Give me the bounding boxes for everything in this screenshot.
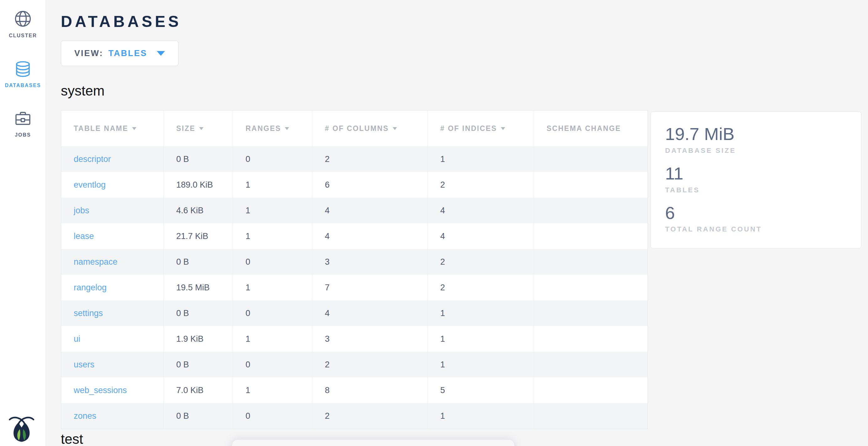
table-cell: 3 [312, 326, 428, 352]
table-cell: 1 [428, 146, 534, 172]
table-cell: 2 [428, 172, 534, 198]
table-cell: 2 [428, 275, 534, 300]
column-header-num-columns[interactable]: # OF COLUMNS [312, 110, 428, 146]
column-header-label: SIZE [176, 124, 195, 133]
stat-label: TOTAL RANGE COUNT [665, 225, 847, 233]
stat-label: DATABASE SIZE [665, 146, 847, 155]
sidebar-item-jobs[interactable]: JOBS [0, 110, 46, 138]
sort-caret-icon [285, 127, 289, 130]
globe-icon [14, 10, 32, 29]
table-row: rangelog19.5 MiB172 [61, 275, 648, 300]
table-name-link[interactable]: descriptor [74, 155, 111, 164]
table-cell: 2 [312, 403, 428, 429]
table-cell: eventlog [61, 172, 164, 198]
column-header-ranges[interactable]: RANGES [233, 110, 312, 146]
table-cell: lease [61, 223, 164, 249]
view-selector-value: TABLES [108, 48, 147, 58]
column-header-num-indices[interactable]: # OF INDICES [428, 110, 534, 146]
briefcase-icon [14, 110, 31, 128]
table-cell: zones [61, 403, 164, 429]
column-header-schema-change: SCHEMA CHANGE [534, 110, 648, 146]
table-cell: 0 B [164, 249, 233, 275]
database-section-heading-test: test [61, 432, 868, 446]
sidebar-item-databases[interactable]: DATABASES [0, 61, 46, 88]
table-row: settings0 B041 [61, 300, 648, 326]
table-cell [534, 403, 648, 429]
table-cell: 1 [233, 223, 312, 249]
table-cell: 2 [312, 146, 428, 172]
table-cell [534, 326, 648, 352]
table-cell: settings [61, 300, 164, 326]
table-cell: 0 B [164, 403, 233, 429]
table-cell [534, 172, 648, 198]
table-cell: web_sessions [61, 377, 164, 403]
table-name-link[interactable]: eventlog [74, 180, 106, 190]
stat-database-size: 19.7 MiB DATABASE SIZE [665, 125, 847, 155]
table-row: zones0 B021 [61, 403, 648, 429]
table-cell: rangelog [61, 275, 164, 300]
table-row: ui1.9 KiB131 [61, 326, 648, 352]
column-header-table-name[interactable]: TABLE NAME [61, 110, 164, 146]
sidebar-item-label: JOBS [15, 132, 31, 138]
table-cell: ui [61, 326, 164, 352]
table-row: namespace0 B032 [61, 249, 648, 275]
table-cell: 0 [233, 300, 312, 326]
system-tables-table: TABLE NAME SIZE RANGES # OF COLUMNS # OF… [61, 110, 648, 429]
table-cell: 2 [312, 352, 428, 377]
table-row: eventlog189.0 KiB162 [61, 172, 648, 198]
table-cell: descriptor [61, 146, 164, 172]
table-cell: 4 [312, 223, 428, 249]
column-header-label: RANGES [246, 124, 281, 133]
column-header-label: # OF COLUMNS [325, 124, 389, 133]
table-cell: 2 [428, 249, 534, 275]
table-cell: 0 B [164, 352, 233, 377]
sort-caret-icon [132, 127, 136, 130]
table-name-link[interactable]: zones [74, 411, 96, 421]
table-cell: 0 [233, 249, 312, 275]
table-header-row: TABLE NAME SIZE RANGES # OF COLUMNS # OF… [61, 110, 648, 146]
stat-tables: 11 TABLES [665, 165, 847, 194]
table-name-link[interactable]: ui [74, 334, 80, 344]
table-row: users0 B021 [61, 352, 648, 377]
table-cell: 1 [428, 352, 534, 377]
stat-value: 19.7 MiB [665, 125, 847, 143]
table-cell: 1 [233, 198, 312, 223]
table-name-link[interactable]: jobs [74, 206, 89, 215]
table-name-link[interactable]: web_sessions [74, 385, 127, 395]
stat-value: 11 [665, 165, 847, 183]
table-name-link[interactable]: namespace [74, 257, 118, 267]
table-cell [534, 249, 648, 275]
table-row: web_sessions7.0 KiB185 [61, 377, 648, 403]
table-row: descriptor0 B021 [61, 146, 648, 172]
table-cell: 3 [312, 249, 428, 275]
table-cell: 189.0 KiB [164, 172, 233, 198]
database-section-heading-system: system [61, 84, 868, 98]
table-cell: 4.6 KiB [164, 198, 233, 223]
table-cell: 1 [233, 326, 312, 352]
table-cell: 8 [312, 377, 428, 403]
column-header-label: SCHEMA CHANGE [547, 124, 621, 133]
table-cell: 0 B [164, 146, 233, 172]
table-cell: 4 [312, 300, 428, 326]
page-title: DATABASES [61, 0, 868, 29]
table-cell: namespace [61, 249, 164, 275]
system-table-body: descriptor0 B021eventlog189.0 KiB162jobs… [61, 146, 648, 429]
table-cell: 0 [233, 146, 312, 172]
table-row: jobs4.6 KiB144 [61, 198, 648, 223]
table-name-link[interactable]: rangelog [74, 283, 106, 293]
view-selector-dropdown[interactable]: VIEW: TABLES [61, 40, 179, 66]
column-header-size[interactable]: SIZE [164, 110, 233, 146]
sort-caret-icon [393, 127, 397, 130]
table-name-link[interactable]: users [74, 360, 94, 370]
table-name-link[interactable]: lease [74, 232, 94, 241]
table-cell: 1 [233, 275, 312, 300]
sidebar-item-cluster[interactable]: CLUSTER [0, 10, 46, 38]
table-cell: 1 [233, 172, 312, 198]
table-cell: 0 [233, 403, 312, 429]
table-cell: jobs [61, 198, 164, 223]
table-cell: 6 [312, 172, 428, 198]
table-cell: 4 [428, 223, 534, 249]
table-cell [534, 223, 648, 249]
table-name-link[interactable]: settings [74, 309, 103, 318]
main-content: DATABASES VIEW: TABLES system TABLE NAME… [46, 0, 868, 446]
